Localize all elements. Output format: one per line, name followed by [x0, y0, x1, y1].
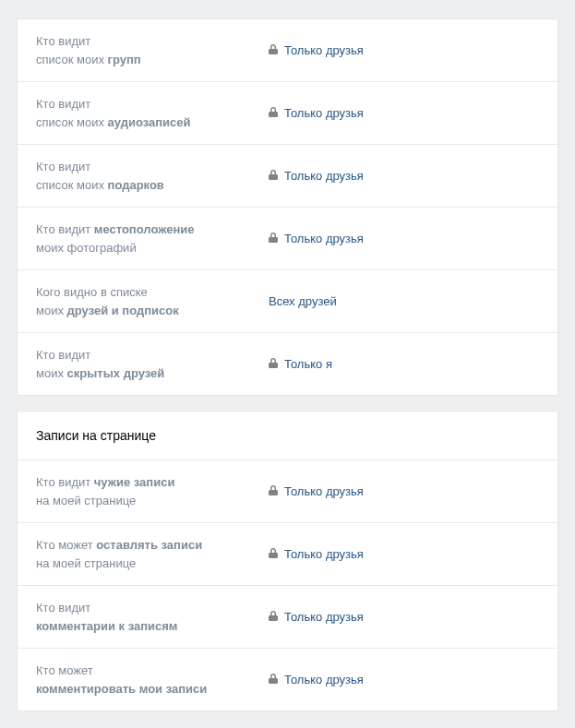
setting-value-selector[interactable]: Только друзья	[269, 169, 539, 183]
setting-row-audio: Кто видит список моих аудиозаписей Тольк…	[18, 82, 557, 145]
lock-icon	[269, 106, 278, 120]
setting-value-selector[interactable]: Только друзья	[269, 232, 539, 245]
lock-icon	[269, 610, 278, 624]
value-text: Только друзья	[284, 547, 364, 561]
label-text: Кто видит	[36, 601, 90, 615]
label-bold: аудиозаписей	[108, 115, 191, 129]
setting-row-location: Кто видит местоположение моих фотографий…	[18, 208, 557, 270]
label-bold: комментировать мои записи	[36, 682, 207, 696]
label-text: Кто может	[36, 663, 93, 677]
lock-icon	[269, 169, 278, 183]
value-text: Только друзья	[284, 610, 364, 624]
value-text: Всех друзей	[269, 294, 337, 308]
lock-icon	[269, 484, 278, 498]
setting-row-groups: Кто видит список моих групп Только друзь…	[18, 19, 557, 82]
label-text: список моих	[36, 115, 108, 129]
value-text: Только друзья	[284, 106, 364, 120]
setting-row-gifts: Кто видит список моих подарков Только др…	[18, 145, 557, 208]
setting-row-hidden-friends: Кто видит моих скрытых друзей Только я	[18, 333, 557, 395]
value-text: Только друзья	[284, 43, 364, 57]
label-bold: оставлять записи	[96, 538, 202, 552]
setting-label: Кто видит список моих подарков	[36, 158, 269, 194]
label-text: Кто видит	[36, 222, 94, 236]
value-text: Только я	[284, 357, 332, 371]
setting-label: Кто видит чужие записи на моей странице	[36, 473, 269, 509]
label-text: Кто видит	[36, 97, 90, 111]
label-text: моих	[36, 304, 67, 317]
value-text: Только друзья	[284, 484, 364, 498]
value-text: Только друзья	[284, 232, 364, 245]
setting-label: Кого видно в списке моих друзей и подпис…	[36, 283, 269, 319]
label-text: на моей странице	[36, 494, 136, 507]
label-text: Кто видит	[36, 34, 90, 48]
setting-row-friends-list: Кого видно в списке моих друзей и подпис…	[18, 270, 557, 333]
setting-label: Кто видит список моих аудиозаписей	[36, 95, 269, 131]
setting-row-comment-posts: Кто может комментировать мои записи Толь…	[18, 649, 557, 710]
lock-icon	[269, 547, 278, 561]
setting-value-selector[interactable]: Только друзья	[269, 43, 539, 57]
setting-value-selector[interactable]: Только друзья	[269, 673, 539, 686]
setting-row-leave-posts: Кто может оставлять записи на моей стран…	[18, 523, 557, 586]
setting-value-selector[interactable]: Всех друзей	[269, 294, 539, 308]
setting-label: Кто видит комментарии к записям	[36, 599, 269, 635]
label-text: Кого видно в списке	[36, 285, 148, 299]
label-text: список моих	[36, 53, 108, 66]
label-text: моих фотографий	[36, 241, 137, 255]
setting-label: Кто видит местоположение моих фотографий	[36, 221, 269, 257]
setting-value-selector[interactable]: Только друзья	[269, 547, 539, 561]
section-gap	[17, 396, 558, 411]
setting-value-selector[interactable]: Только друзья	[269, 610, 539, 624]
section-header-wall: Записи на странице	[18, 412, 557, 460]
settings-panel-2: Записи на странице Кто видит чужие запис…	[17, 411, 558, 711]
settings-panel-1: Кто видит список моих групп Только друзь…	[17, 18, 558, 396]
label-text: Кто видит	[36, 475, 94, 489]
label-bold: комментарии к записям	[36, 619, 177, 633]
value-text: Только друзья	[284, 673, 364, 686]
label-bold: подарков	[108, 178, 164, 192]
setting-label: Кто видит список моих групп	[36, 32, 269, 68]
setting-label: Кто видит моих скрытых друзей	[36, 346, 269, 382]
label-bold: друзей и подписок	[67, 304, 179, 317]
lock-icon	[269, 357, 278, 371]
settings-container: Кто видит список моих групп Только друзь…	[0, 0, 575, 728]
setting-label: Кто может оставлять записи на моей стран…	[36, 536, 269, 572]
label-text: моих	[36, 366, 67, 380]
lock-icon	[269, 232, 278, 245]
label-bold: групп	[108, 53, 141, 66]
value-text: Только друзья	[284, 169, 364, 183]
label-bold: местоположение	[94, 222, 195, 236]
setting-row-see-comments: Кто видит комментарии к записям Только д…	[18, 586, 557, 649]
label-bold: скрытых друзей	[67, 366, 165, 380]
label-text: на моей странице	[36, 556, 136, 570]
lock-icon	[269, 43, 278, 57]
lock-icon	[269, 673, 278, 686]
setting-row-others-posts: Кто видит чужие записи на моей странице …	[18, 460, 557, 523]
label-text: Кто видит	[36, 348, 90, 362]
label-text: список моих	[36, 178, 108, 192]
label-bold: чужие записи	[94, 475, 175, 489]
label-text: Кто может	[36, 538, 96, 552]
setting-value-selector[interactable]: Только друзья	[269, 484, 539, 498]
setting-value-selector[interactable]: Только друзья	[269, 106, 539, 120]
setting-value-selector[interactable]: Только я	[269, 357, 539, 371]
setting-label: Кто может комментировать мои записи	[36, 662, 269, 698]
label-text: Кто видит	[36, 160, 90, 173]
